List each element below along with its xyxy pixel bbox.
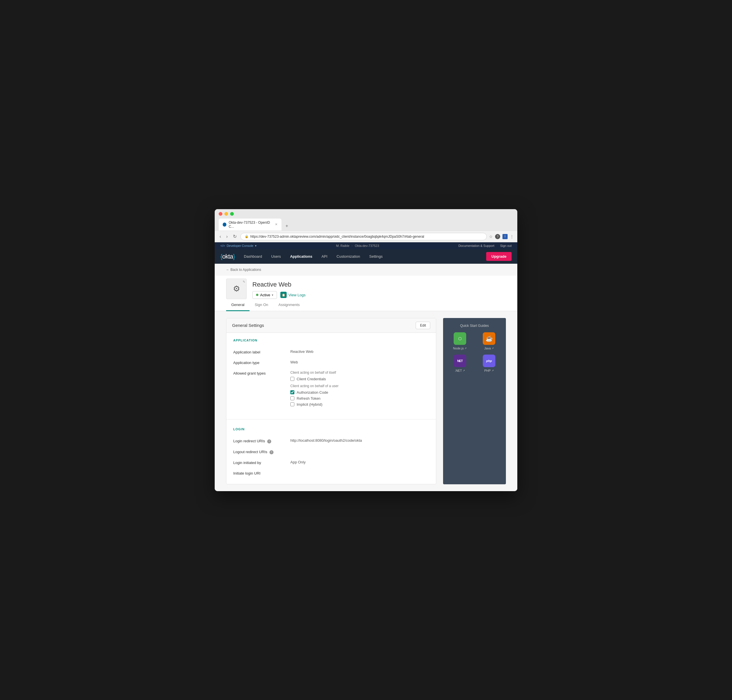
active-tab[interactable]: Okta-dev-737523 - OpenID C... ✕: [219, 219, 282, 231]
refresh-token-label: Refresh Token: [296, 396, 321, 401]
nodejs-arrow: ↗: [465, 347, 467, 350]
nav-link-applications[interactable]: Applications: [286, 250, 317, 263]
code-icon: </>: [220, 244, 225, 247]
address-bar[interactable]: 🔒 https://dev-737523-admin.oktapreview.c…: [241, 233, 487, 240]
settings-card-title: General Settings: [232, 323, 264, 328]
login-section: LOGIN Login redirect URIs ? http://local…: [226, 422, 436, 484]
tab-general[interactable]: General: [226, 299, 249, 311]
settings-card-header: General Settings Edit: [226, 318, 436, 333]
tab-bar: Okta-dev-737523 - OpenID C... ✕ +: [219, 219, 513, 231]
tab-assignments[interactable]: Assignments: [273, 299, 305, 311]
tab-close-button[interactable]: ✕: [275, 222, 277, 226]
upgrade-button[interactable]: Upgrade: [486, 252, 512, 261]
login-initiated-row: Login initiated by App Only: [233, 457, 429, 468]
docs-support-link[interactable]: Documentation & Support: [459, 244, 494, 247]
app-tabs: General Sign On Assignments: [215, 299, 517, 311]
grant-types-values: Client acting on behalf of itself Client…: [290, 371, 429, 408]
php-icon: php: [483, 354, 495, 367]
browser-toolbar-icons: ☆ ? I ⋮: [489, 234, 514, 239]
info-icon[interactable]: ?: [495, 234, 500, 239]
nav-link-customization[interactable]: Customization: [332, 250, 365, 263]
implicit-label: Implicit (Hybrid): [296, 402, 322, 407]
status-dot: [256, 294, 258, 296]
dotnet-arrow: ↗: [463, 369, 465, 372]
bookmark-icon[interactable]: ☆: [489, 234, 493, 239]
grant-types-key: Allowed grant types: [233, 371, 290, 375]
sign-out-link[interactable]: Sign out: [500, 244, 512, 247]
client-credentials-label: Client Credentials: [296, 377, 326, 381]
client-credentials-checkbox-item: Client Credentials: [290, 377, 429, 381]
java-arrow: ↗: [491, 347, 494, 350]
traffic-lights: [219, 212, 513, 216]
on-behalf-itself-label: Client acting on behalf of itself: [290, 371, 429, 375]
dotnet-icon: NET: [454, 354, 466, 367]
login-redirect-help-icon[interactable]: ?: [267, 440, 271, 443]
app-label-key: Application label: [233, 349, 290, 354]
authorization-code-checkbox[interactable]: [290, 390, 294, 394]
nav-link-dashboard[interactable]: Dashboard: [239, 250, 267, 263]
tab-sign-on[interactable]: Sign On: [249, 299, 273, 311]
back-button[interactable]: ‹: [218, 234, 222, 240]
implicit-checkbox[interactable]: [290, 402, 294, 406]
main-layout: General Settings Edit APPLICATION Applic…: [215, 311, 517, 491]
status-label: Active: [260, 293, 270, 297]
okta-logo: {okta}: [220, 249, 239, 264]
extension-icon[interactable]: I: [502, 234, 508, 239]
section-divider: [226, 419, 436, 419]
refresh-button[interactable]: ↻: [232, 233, 238, 240]
browser-chrome: Okta-dev-737523 - OpenID C... ✕ +: [215, 209, 517, 231]
authorization-code-label: Authorization Code: [296, 390, 328, 394]
application-section-label: APPLICATION: [233, 338, 429, 342]
status-dropdown-arrow: ▾: [272, 293, 273, 297]
application-section: APPLICATION Application label Reactive W…: [226, 333, 436, 417]
grant-types-row: Allowed grant types Client acting on beh…: [233, 368, 429, 411]
maximize-button[interactable]: [230, 212, 234, 216]
forward-button[interactable]: ›: [225, 234, 229, 240]
quick-start-java[interactable]: ☕ Java ↗: [477, 332, 501, 350]
new-tab-button[interactable]: +: [283, 221, 291, 231]
on-behalf-user-label: Client acting on behalf of a user: [290, 384, 429, 388]
php-arrow: ↗: [491, 369, 494, 372]
view-logs-button[interactable]: 📋 View Logs: [280, 292, 305, 298]
quick-start-php[interactable]: php PHP ↗: [477, 354, 501, 372]
initiate-login-key: Initiate login URI: [233, 471, 290, 475]
quick-start-guides: Quick Start Guides ⬡ Node.js ↗ ☕ Java: [443, 318, 506, 484]
url-prefix: https://dev-737523-admin.oktapreview.com: [250, 235, 316, 238]
status-button[interactable]: Active ▾: [252, 291, 277, 299]
refresh-token-checkbox[interactable]: [290, 396, 294, 400]
close-button[interactable]: [219, 212, 222, 216]
page-content: Back to Applications ✎ ⚙ Reactive Web Ac…: [215, 264, 517, 491]
refresh-token-checkbox-item: Refresh Token: [290, 396, 429, 401]
tab-favicon: [223, 222, 226, 226]
menu-icon[interactable]: ⋮: [510, 234, 514, 239]
app-type-value: Web: [290, 360, 429, 364]
dev-bar-org[interactable]: Okta-dev-737523: [355, 244, 379, 247]
java-label: Java ↗: [484, 347, 494, 350]
dev-console-dropdown[interactable]: ▾: [255, 244, 257, 248]
nav-link-api[interactable]: API: [317, 250, 332, 263]
nav-link-users[interactable]: Users: [267, 250, 286, 263]
app-actions: Active ▾ 📋 View Logs: [252, 291, 506, 299]
minimize-button[interactable]: [224, 212, 228, 216]
quick-start-dotnet[interactable]: NET .NET ↗: [447, 354, 472, 372]
nav-link-settings[interactable]: Settings: [365, 250, 387, 263]
logo-brace-open: {: [220, 253, 222, 260]
login-redirect-row: Login redirect URIs ? http://localhost:8…: [233, 435, 429, 446]
log-icon: 📋: [280, 292, 287, 298]
general-settings-card: General Settings Edit APPLICATION Applic…: [226, 318, 436, 484]
implicit-checkbox-item: Implicit (Hybrid): [290, 402, 429, 407]
logout-redirect-help-icon[interactable]: ?: [270, 450, 273, 454]
login-redirect-value: http://localhost:8080/login/oauth2/code/…: [290, 438, 429, 443]
url-suffix: /admin/app/oidc_client/instance/0oagbqbp…: [315, 235, 424, 238]
login-initiated-value: App Only: [290, 460, 429, 464]
breadcrumb-link[interactable]: Back to Applications: [230, 268, 261, 272]
edit-icon[interactable]: ✎: [243, 280, 245, 284]
nodejs-label: Node.js ↗: [453, 347, 467, 350]
main-nav-links: Dashboard Users Applications API Customi…: [239, 250, 387, 263]
quick-start-nodejs[interactable]: ⬡ Node.js ↗: [447, 332, 472, 350]
quick-start-grid: ⬡ Node.js ↗ ☕ Java ↗ N: [447, 332, 501, 372]
dev-console-label[interactable]: Developer Console: [227, 244, 254, 247]
initiate-login-row: Initiate login URI: [233, 468, 429, 478]
client-credentials-checkbox[interactable]: [290, 377, 294, 381]
edit-button[interactable]: Edit: [416, 322, 430, 329]
